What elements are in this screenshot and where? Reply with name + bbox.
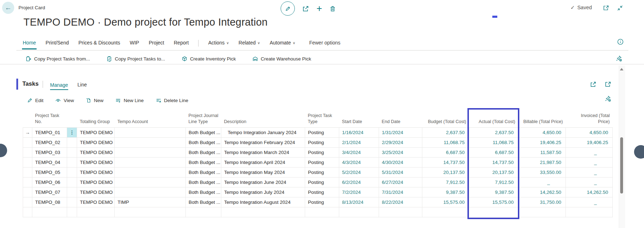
cell-invoiced[interactable]: _ [566,197,613,207]
cell-task-no[interactable]: TEMPO_02 [32,137,67,147]
cell-task-type[interactable]: Posting [305,197,339,207]
view-line-button[interactable]: View [55,97,74,104]
cell-totalling-group[interactable]: TEMPO DEMO [77,187,115,197]
cell-task-type[interactable]: Posting [305,127,339,137]
cell-description[interactable]: Tempo Integration July 2024 [221,187,305,197]
cell-actual[interactable]: 14,737.50 [469,157,518,167]
cell-end-date[interactable]: 7/31/2024 [379,187,422,197]
share-button[interactable] [302,5,309,12]
tab-manage[interactable]: Manage [50,82,68,88]
share-tasks-button[interactable] [590,81,597,88]
cell-start-date[interactable]: 2/1/2024 [339,137,379,147]
delete-line-button[interactable]: Delete Line [156,97,188,104]
cell-tempo-account[interactable] [115,147,186,157]
col-billable[interactable]: Billable (Total Price) [518,110,566,127]
copy-project-tasks-to-button[interactable]: Copy Project Tasks to... [106,56,165,62]
cell-budget[interactable]: 6,687.50 [422,147,469,157]
cell-billable[interactable]: 21,987.50 [518,157,566,167]
scrollbar-thumb[interactable] [620,137,623,193]
copy-project-tasks-from-button[interactable]: Copy Project Tasks from... [26,56,90,62]
cell-line-type[interactable]: Both Budget ... [186,157,221,167]
collapse-button[interactable] [617,5,623,11]
cell-billable[interactable]: 14,262.50 [518,187,566,197]
cell-start-date[interactable]: 5/2/2024 [339,167,379,177]
col-project-task-no[interactable]: Project Task No. [32,110,67,127]
col-line-type[interactable]: Project Journal Line Type [186,110,221,127]
cell-billable[interactable]: 31,750.00 [518,197,566,207]
cell-tempo-account[interactable] [115,187,186,197]
cell-actual[interactable]: 11,068.75 [469,137,518,147]
cell-totalling-group[interactable]: TEMPO DEMO [77,177,115,187]
cell-task-type[interactable]: Posting [305,187,339,197]
cell-tempo-account[interactable] [115,127,186,137]
cell-end-date[interactable]: 3/25/2024 [379,147,422,157]
cell-invoiced[interactable]: _ [566,167,613,177]
cell-budget[interactable]: 20,137.50 [422,167,469,177]
cell-task-no[interactable]: TEMPO_03 [32,147,67,157]
open-tasks-in-window-button[interactable] [605,81,612,88]
cell-budget[interactable]: 7,912.50 [422,177,469,187]
cell-task-no[interactable]: TEMPO_06 [32,177,67,187]
delete-button[interactable] [329,5,336,12]
tab-report[interactable]: Report [174,40,189,46]
cell-task-no[interactable]: TEMPO_04 [32,157,67,167]
cell-billable[interactable]: 19,406.25 [518,137,566,147]
cell-line-type[interactable]: Both Budget ... [186,197,221,207]
col-totalling-group[interactable]: Totalling Group [77,110,115,127]
cell-billable[interactable]: 33,550.00 [518,167,566,177]
cell-task-no[interactable]: TEMPO_07 [32,187,67,197]
cell-tempo-account[interactable] [115,137,186,147]
cell-start-date[interactable]: 4/3/2024 [339,157,379,167]
cell-budget[interactable]: 9,387.50 [422,187,469,197]
cell-task-no[interactable]: TEMPO_08 [32,197,67,207]
cell-line-type[interactable]: Both Budget ... [186,187,221,197]
cell-description[interactable]: Tempo Integration May 2024 [221,167,305,177]
cell-totalling-group[interactable]: TEMPO DEMO [77,167,115,177]
cell-totalling-group[interactable]: TEMPO DEMO [77,197,115,207]
cell-billable[interactable]: 4,650.00 [518,127,566,137]
cell-end-date[interactable]: 1/31/2024 [379,127,422,137]
scroll-up-arrow[interactable] [620,68,623,70]
cell-invoiced[interactable]: 19,406.25 [566,137,613,147]
open-in-new-window-button[interactable] [603,5,610,11]
row-options-button[interactable]: ⋮ [67,127,77,137]
cell-end-date[interactable]: 2/29/2024 [379,137,422,147]
cell-task-type[interactable]: Posting [305,167,339,177]
fewer-options-button[interactable]: Fewer options [309,40,340,46]
create-inventory-pick-button[interactable]: Create Inventory Pick [182,56,236,62]
tab-print-send[interactable]: Print/Send [45,40,69,46]
previous-record-button[interactable] [0,144,7,157]
cell-end-date[interactable]: 5/31/2024 [379,167,422,177]
cell-line-type[interactable]: Both Budget ... [186,167,221,177]
cell-line-type[interactable]: Both Budget ... [186,127,221,137]
cell-invoiced[interactable]: 4,650.00 [566,127,613,137]
cell-task-no[interactable]: TEMPO_05 [32,167,67,177]
menu-automate[interactable]: Automate∨ [270,40,295,46]
cell-actual[interactable]: 15,575.00 [469,197,518,207]
cell-description[interactable]: Tempo Integration January 2024 [221,127,305,137]
cell-totalling-group[interactable]: TEMPO DEMO [77,157,115,167]
new-document-button[interactable]: New [86,97,103,103]
unpin-actionbar-button[interactable] [616,55,622,62]
cell-end-date[interactable]: 6/27/2024 [379,177,422,187]
col-budget[interactable]: Budget (Total Cost) [422,110,469,127]
new-button[interactable]: + [316,4,322,14]
cell-description[interactable]: Tempo Integration February 2024 [221,137,305,147]
next-record-button[interactable] [634,145,644,159]
new-line-button[interactable]: New Line [115,97,144,104]
menu-actions[interactable]: Actions∨ [208,40,229,46]
cell-line-type[interactable]: Both Budget ... [186,177,221,187]
cell-line-type[interactable]: Both Budget ... [186,147,221,157]
cell-task-type[interactable]: Posting [305,157,339,167]
cell-description[interactable]: Tempo Integration August 2024 [221,197,305,207]
cell-budget[interactable]: 14,737.50 [422,157,469,167]
cell-tempo-account[interactable] [115,157,186,167]
cell-budget[interactable]: 2,637.50 [422,127,469,137]
cell-task-type[interactable]: Posting [305,147,339,157]
cell-end-date[interactable]: 4/30/2024 [379,157,422,167]
edit-button[interactable] [281,1,295,16]
cell-task-type[interactable]: Posting [305,177,339,187]
cell-start-date[interactable]: 3/4/2024 [339,147,379,157]
cell-task-no[interactable]: TEMPO_01 [32,127,67,137]
tab-wip[interactable]: WIP [130,40,139,46]
